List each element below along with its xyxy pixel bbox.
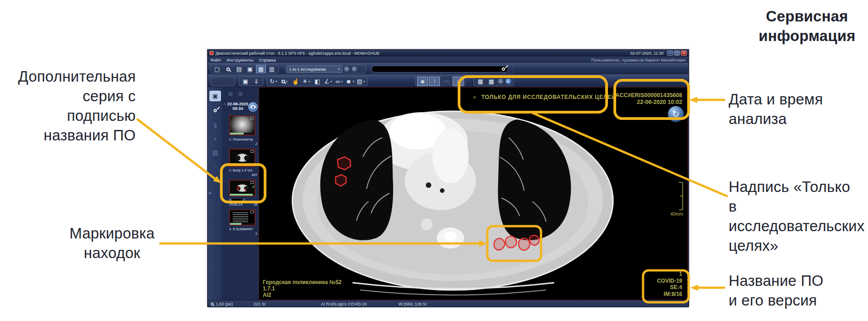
angle-icon: ∠ bbox=[324, 78, 330, 85]
minimize-button[interactable]: – bbox=[667, 51, 673, 56]
eye-icon bbox=[250, 105, 256, 109]
clinic-overlay: Городская поликлиника №52 1.7.1 AI2 bbox=[263, 279, 342, 298]
series-number: SE:4 bbox=[657, 284, 682, 291]
window-title: Диагностический рабочий стол - 8.1.2 SP3… bbox=[215, 51, 630, 56]
study-time: 09:34 bbox=[227, 106, 248, 111]
lung-view-toggle[interactable]: ◉ bbox=[417, 77, 428, 86]
link-tool[interactable]: ∞▼ bbox=[334, 77, 344, 86]
series-thumbnail-1[interactable] bbox=[229, 115, 255, 135]
layout-button[interactable]: ▦ bbox=[256, 65, 266, 73]
camera-icon bbox=[250, 211, 254, 213]
key-tool-button[interactable] bbox=[209, 105, 221, 116]
copy-button[interactable]: ▣ bbox=[240, 77, 250, 86]
scurve-tool-button[interactable]: § bbox=[209, 120, 221, 130]
menu-help[interactable]: Справка bbox=[259, 57, 276, 62]
annotation-line: находок bbox=[64, 243, 160, 263]
angle-tool[interactable]: ∠▼ bbox=[323, 77, 333, 86]
software-version: 1.7.1 bbox=[263, 285, 342, 292]
maximize-button[interactable]: ▢ bbox=[674, 51, 680, 56]
viewport[interactable]: А ТОЛЬКО ДЛЯ ИССЛЕДОВАТЕЛЬСКИХ ЦЕЛЕЙ ACC… bbox=[259, 87, 688, 300]
chevron-down-icon: ▼ bbox=[337, 68, 340, 71]
position-value: 221 SI bbox=[254, 302, 266, 306]
search-study-button[interactable] bbox=[223, 65, 233, 73]
series-panel: ⊞ ⊞ ˄ 22-06-2020 09:34 1. Локализатор 2 … bbox=[223, 87, 259, 300]
series-browser-button[interactable]: ▣ bbox=[209, 91, 221, 101]
collapse-sidebar-arrow[interactable]: ◄ bbox=[208, 191, 211, 195]
monitor-button[interactable]: ▣ bbox=[245, 65, 255, 73]
rotate-icon: ↻ bbox=[270, 78, 275, 85]
invert-tool[interactable]: ◧ bbox=[312, 77, 322, 86]
series-number: 3. bbox=[229, 198, 232, 202]
chevron-up-icon[interactable]: ˄ bbox=[224, 102, 226, 106]
annotation-analysis-datetime: Дата и время анализа bbox=[729, 89, 865, 129]
close-button[interactable]: × bbox=[681, 51, 687, 56]
annotation-findings-marking: Маркировка находок bbox=[64, 223, 160, 263]
status-bar: 1,63 (pix) 221 SI AI RADLogics COVID-19 … bbox=[208, 300, 689, 307]
layout-alt-button[interactable]: ▥ bbox=[267, 65, 277, 73]
annotation-line: в исследовательских bbox=[729, 197, 868, 236]
series-label: 4. 5 SUMMARY bbox=[229, 227, 257, 231]
link-icon: ∞ bbox=[336, 78, 340, 85]
main-area: ▣ § + ▤ ◌ ◄ ⊞ ⊞ ˄ 22-06-2020 09:34 1. Ло… bbox=[208, 87, 689, 300]
rotate-tool[interactable]: ↻▼ bbox=[269, 77, 279, 86]
status-ai: AI RADLogics COVID-19 bbox=[318, 300, 396, 307]
forward-button[interactable]: ► bbox=[505, 78, 512, 85]
series-label-tail: C bbox=[243, 198, 245, 202]
annotation-line: Дата и время bbox=[729, 89, 865, 109]
ai-label: AI2 bbox=[263, 292, 342, 298]
clipboard-button[interactable]: ▤ bbox=[234, 65, 244, 73]
chevron-down-icon: ▼ bbox=[308, 80, 311, 83]
brightness-tool[interactable]: ☀▼ bbox=[301, 77, 311, 86]
zoom-value: 1,63 (pix) bbox=[216, 302, 233, 306]
magnifier-icon bbox=[211, 302, 214, 305]
additional-series-connector bbox=[138, 119, 215, 179]
grid-icon[interactable]: ⊞ bbox=[228, 91, 233, 97]
patient-search-input[interactable] bbox=[372, 66, 508, 72]
series-label: 2. Body 1.0 Vol. bbox=[229, 168, 257, 172]
status-window-level: W:256/L:128 SI bbox=[396, 300, 689, 307]
annotation-software-version: Название ПО и его версия bbox=[729, 271, 865, 310]
panel-toggle[interactable]: ▯ bbox=[453, 77, 464, 86]
menu-tools[interactable]: Инструменты bbox=[226, 57, 253, 62]
study-selector-value: 1 из 1 исследование bbox=[289, 67, 326, 72]
chevron-down-icon: ▼ bbox=[352, 80, 355, 83]
image-number: 1 bbox=[657, 271, 682, 278]
films-tool-button[interactable]: ▤ bbox=[209, 147, 221, 158]
zoom-tool[interactable]: ▼ bbox=[280, 77, 290, 86]
title-bar: Диагностический рабочий стол - 8.1.2 SP3… bbox=[208, 50, 689, 57]
layout-grid-alt-button[interactable]: ▩ bbox=[486, 77, 496, 86]
eye-visibility-button[interactable] bbox=[248, 102, 258, 112]
layout-grid-button[interactable]: ▦ bbox=[475, 77, 485, 86]
redacted-text bbox=[232, 199, 242, 202]
camera-icon bbox=[250, 181, 254, 184]
annotation-line: анализа bbox=[729, 109, 865, 129]
annotation-line: Название ПО bbox=[729, 271, 865, 290]
annotation-line: целях» bbox=[729, 236, 868, 255]
cross-tool-button[interactable]: + bbox=[209, 134, 221, 144]
next-study-button[interactable]: ► bbox=[351, 66, 358, 72]
series-thumbnail-4-summary[interactable] bbox=[229, 209, 255, 226]
back-button[interactable]: ◄ bbox=[497, 78, 504, 85]
lasso-tool-button[interactable]: ◌ bbox=[209, 161, 221, 171]
series-count: 16 bbox=[229, 202, 257, 207]
menu-bar: Файл Инструменты Справка Пользователь: А… bbox=[208, 57, 689, 63]
reconstruction-tool[interactable]: ☻▼ bbox=[345, 77, 355, 86]
accession-number: ACC#ERIS000001435608 bbox=[615, 92, 682, 99]
cad-toggle[interactable]: CAD bbox=[441, 77, 452, 86]
alert-toggle[interactable]: ! bbox=[429, 77, 440, 86]
series-thumbnail-2[interactable] bbox=[229, 149, 255, 167]
series-count: 2 bbox=[229, 142, 257, 146]
pan-tool[interactable]: ☝ bbox=[291, 77, 301, 86]
prev-study-button[interactable]: ◄ bbox=[343, 66, 350, 72]
refresh-icon[interactable]: ↻ bbox=[668, 106, 684, 122]
list-tool[interactable]: ▤▼ bbox=[356, 77, 366, 86]
study-selector[interactable]: 1 из 1 исследование ▼ bbox=[287, 66, 342, 72]
chevron-down-icon: ▼ bbox=[363, 80, 366, 83]
annotation-additional-series: Дополнительная серия с подписью названия… bbox=[13, 67, 136, 145]
menu-file[interactable]: Файл bbox=[210, 57, 221, 62]
grid-icon[interactable]: ⊞ bbox=[238, 91, 243, 97]
annotation-line: Сервисная bbox=[752, 6, 862, 26]
new-study-button[interactable]: ▢+ bbox=[212, 65, 222, 73]
save-button[interactable]: ⇓ bbox=[251, 77, 261, 86]
series-thumbnail-3-covid[interactable]: ✓ bbox=[229, 180, 255, 197]
